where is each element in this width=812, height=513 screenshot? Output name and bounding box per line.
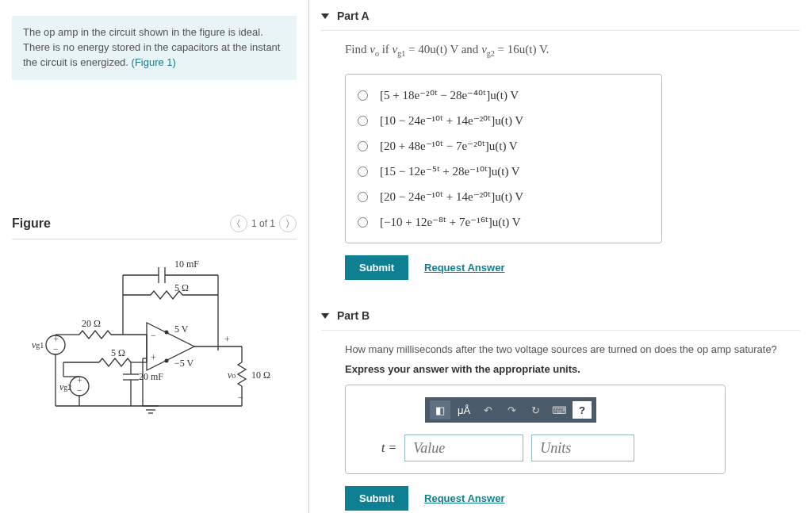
part-b-submit-button[interactable]: Submit — [345, 486, 408, 511]
part-a-request-answer-link[interactable]: Request Answer — [424, 262, 504, 274]
option-1[interactable]: [5 + 18e⁻²⁰ᵗ − 28e⁻⁴⁰ᵗ]u(t) V — [358, 82, 649, 108]
part-a-options: [5 + 18e⁻²⁰ᵗ − 28e⁻⁴⁰ᵗ]u(t) V [10 − 24e⁻… — [345, 74, 662, 243]
option-4-radio[interactable] — [358, 167, 368, 177]
option-2-radio[interactable] — [358, 116, 368, 126]
svg-text:−: − — [238, 392, 243, 403]
figure-next-button[interactable]: 〉 — [279, 215, 297, 232]
svg-text:20 Ω: 20 Ω — [82, 318, 101, 329]
chevron-down-icon[interactable] — [321, 13, 329, 19]
figure-title: Figure — [12, 216, 51, 231]
template-icon[interactable]: ◧ — [430, 400, 450, 419]
chevron-down-icon[interactable] — [321, 313, 329, 319]
figure-prev-button[interactable]: 〈 — [230, 215, 247, 232]
figure-pager: 1 of 1 — [251, 218, 275, 229]
undo-icon[interactable]: ↶ — [477, 400, 498, 419]
part-a-submit-button[interactable]: Submit — [345, 255, 408, 280]
svg-text:5 Ω: 5 Ω — [111, 347, 125, 358]
svg-text:vo: vo — [228, 369, 236, 381]
problem-description: The op amp in the circuit shown in the f… — [12, 16, 297, 80]
option-6[interactable]: [−10 + 12e⁻⁸ᵗ + 7e⁻¹⁶ᵗ]u(t) V — [358, 209, 649, 235]
figure-link[interactable]: (Figure 1) — [132, 56, 176, 68]
option-4[interactable]: [15 − 12e⁻⁵ᵗ + 28e⁻¹⁰ᵗ]u(t) V — [358, 159, 649, 184]
option-5-radio[interactable] — [358, 192, 368, 202]
option-6-radio[interactable] — [358, 217, 368, 228]
svg-text:10 mF: 10 mF — [174, 259, 199, 270]
svg-text:5 Ω: 5 Ω — [174, 282, 189, 293]
svg-text:−: − — [53, 343, 59, 354]
part-a-question: Find vo if vg1 = 40u(t) V and vg2 = 16u(… — [321, 43, 800, 58]
part-b-title: Part B — [337, 309, 370, 322]
option-2[interactable]: [10 − 24e⁻¹⁰ᵗ + 14e⁻²⁰ᵗ]u(t) V — [358, 108, 649, 133]
svg-text:10 Ω: 10 Ω — [251, 369, 270, 381]
units-input[interactable] — [531, 435, 634, 461]
svg-text:−: − — [151, 330, 156, 341]
units-icon[interactable]: μÅ — [454, 400, 474, 419]
answer-toolbar: ◧ μÅ ↶ ↷ ↻ ⌨ ? — [425, 397, 596, 423]
circuit-diagram: 10 mF 5 Ω 20 Ω — [12, 239, 297, 440]
svg-text:−: − — [77, 385, 82, 396]
svg-text:−5 V: −5 V — [174, 358, 194, 369]
option-3-radio[interactable] — [358, 141, 368, 151]
redo-icon[interactable]: ↷ — [501, 400, 522, 419]
svg-text:+: + — [224, 334, 230, 345]
option-1-radio[interactable] — [358, 90, 368, 101]
svg-text:vg2: vg2 — [59, 381, 71, 392]
svg-text:5 V: 5 V — [174, 323, 189, 335]
part-b-input-box: ◧ μÅ ↶ ↷ ↻ ⌨ ? t = — [345, 385, 726, 474]
value-input[interactable] — [404, 435, 523, 461]
part-a-title: Part A — [337, 10, 370, 22]
part-b-instruction: Express your answer with the appropriate… — [321, 363, 800, 375]
svg-text:+: + — [151, 352, 156, 363]
option-5[interactable]: [20 − 24e⁻¹⁰ᵗ + 14e⁻²⁰ᵗ]u(t) V — [358, 184, 649, 209]
keyboard-icon[interactable]: ⌨ — [549, 400, 569, 419]
part-b-question: How many milliseconds after the two volt… — [321, 343, 800, 357]
help-icon[interactable]: ? — [573, 401, 592, 419]
option-3[interactable]: [20 + 48e⁻¹⁰ᵗ − 7e⁻²⁰ᵗ]u(t) V — [358, 133, 649, 159]
svg-point-42 — [165, 358, 169, 362]
svg-text:vg1: vg1 — [32, 339, 44, 350]
variable-label: t = — [381, 441, 396, 455]
reset-icon[interactable]: ↻ — [525, 400, 546, 419]
part-b-request-answer-link[interactable]: Request Answer — [424, 492, 504, 504]
svg-point-41 — [165, 330, 169, 334]
